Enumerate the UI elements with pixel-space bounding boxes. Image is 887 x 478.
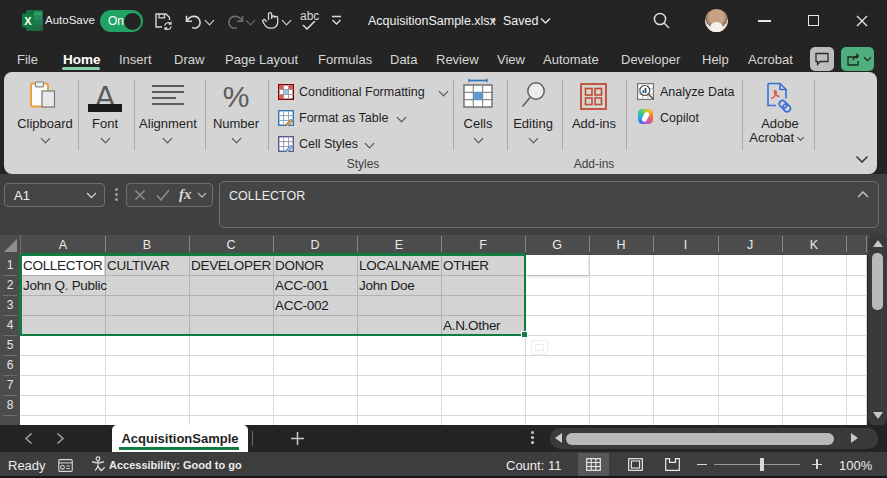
svg-text:X: X — [24, 15, 32, 27]
